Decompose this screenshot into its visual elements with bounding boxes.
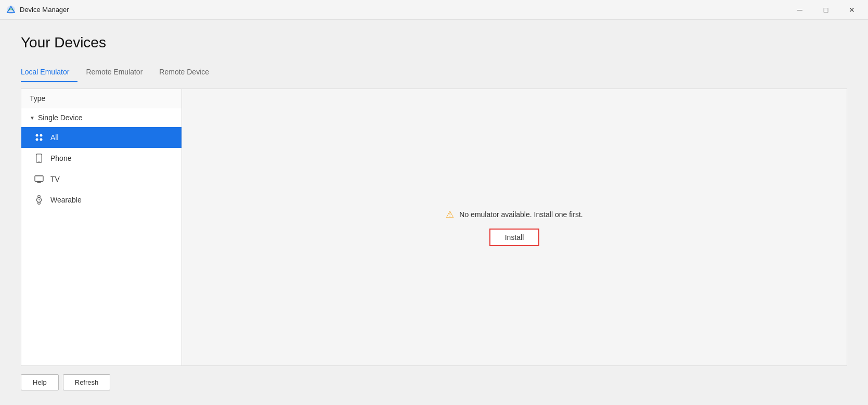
watch-icon [34,195,44,205]
tabs-bar: Local Emulator Remote Emulator Remote De… [21,64,847,82]
app-title: Device Manager [20,6,69,14]
tab-remote-emulator[interactable]: Remote Emulator [86,64,151,82]
titlebar: Device Manager ─ □ ✕ [0,0,868,20]
content-panel: ⚠ No emulator available. Install one fir… [182,88,847,366]
body-area: Type ▼ Single Device All [21,88,847,366]
warning-icon: ⚠ [446,209,454,220]
titlebar-controls: ─ □ ✕ [788,2,864,18]
warning-message: ⚠ No emulator available. Install one fir… [446,209,582,220]
sidebar-item-tv[interactable]: TV [21,169,182,189]
grid-icon [34,132,44,143]
sidebar-header: Type [21,89,182,108]
empty-message-text: No emulator available. Install one first… [459,210,582,219]
bottom-bar: Help Refresh [21,366,847,395]
svg-point-1 [36,134,38,137]
chevron-down-icon: ▼ [30,115,35,121]
tab-local-emulator[interactable]: Local Emulator [21,64,77,82]
section-label: Single Device [38,113,83,122]
maximize-button[interactable]: □ [814,2,838,18]
svg-point-6 [38,161,40,162]
sidebar: Type ▼ Single Device All [21,88,182,366]
refresh-button[interactable]: Refresh [63,374,111,390]
phone-label: Phone [50,154,71,162]
sidebar-item-all[interactable]: All [21,127,182,148]
app-icon [6,5,16,15]
page-title: Your Devices [21,34,847,51]
close-button[interactable]: ✕ [840,2,864,18]
tv-icon [34,174,44,184]
single-device-section[interactable]: ▼ Single Device [21,108,182,127]
tab-remote-device[interactable]: Remote Device [159,64,217,82]
sidebar-item-wearable[interactable]: Wearable [21,189,182,210]
sidebar-item-phone[interactable]: Phone [21,148,182,169]
svg-rect-7 [35,176,43,182]
svg-point-3 [36,138,38,141]
install-button[interactable]: Install [489,229,540,246]
phone-icon [34,153,44,163]
tv-label: TV [50,175,60,183]
help-button[interactable]: Help [21,374,59,390]
minimize-button[interactable]: ─ [788,2,812,18]
wearable-label: Wearable [50,196,82,204]
all-label: All [50,133,59,142]
svg-point-2 [40,134,43,137]
svg-point-4 [40,138,43,141]
titlebar-left: Device Manager [6,5,69,15]
sidebar-items: All Phone [21,127,182,365]
main-content: Your Devices Local Emulator Remote Emula… [0,20,868,405]
